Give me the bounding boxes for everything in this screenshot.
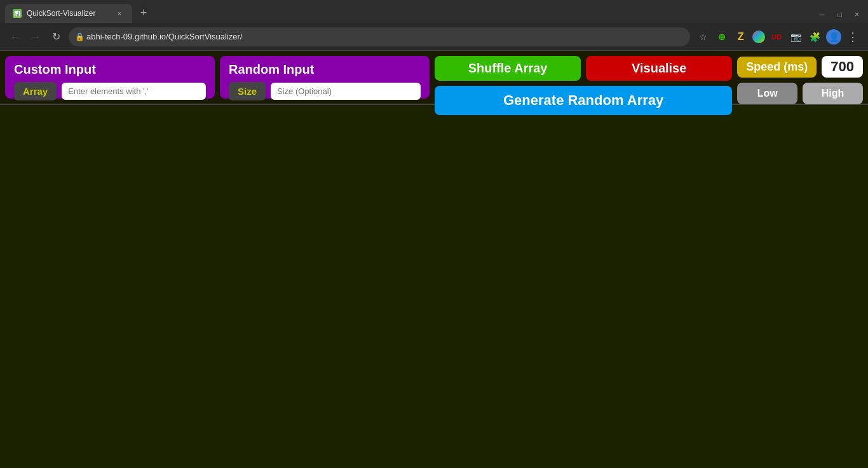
speed-value: 700 bbox=[822, 56, 863, 78]
window-controls: ─ □ × bbox=[815, 9, 868, 23]
visualise-button[interactable]: Visualise bbox=[586, 56, 732, 81]
size-input[interactable] bbox=[271, 83, 421, 100]
speed-panel: Speed (ms) 700 Low High bbox=[737, 56, 863, 99]
array-input-row: Array bbox=[14, 82, 206, 100]
back-button[interactable]: ← bbox=[8, 29, 23, 45]
size-input-row: Size bbox=[229, 82, 421, 100]
menu-icon[interactable]: ⋮ bbox=[845, 29, 860, 45]
random-input-panel: Random Input Size bbox=[220, 56, 430, 99]
browser-window: 📊 QuickSort-Visualizer × + ─ □ × ← → ↻ 🔒… bbox=[0, 0, 868, 468]
array-label: Array bbox=[14, 82, 57, 100]
action-panel: Shuffle Array Visualise Generate Random … bbox=[435, 56, 732, 99]
close-button[interactable]: × bbox=[851, 9, 863, 20]
page-content: Custom Input Array Random Input Size Shu… bbox=[0, 51, 868, 468]
bookmark-icon[interactable]: ☆ bbox=[695, 29, 710, 45]
speed-label: Speed (ms) bbox=[737, 57, 817, 78]
puzzle-icon[interactable]: 🧩 bbox=[807, 29, 822, 45]
camera-icon[interactable]: 📷 bbox=[788, 29, 803, 45]
tab-close-button[interactable]: × bbox=[114, 8, 125, 18]
tab-favicon: 📊 bbox=[13, 9, 22, 18]
maximize-button[interactable]: □ bbox=[834, 9, 846, 20]
generate-button[interactable]: Generate Random Array bbox=[435, 86, 732, 115]
extension-plus-icon[interactable]: ⊕ bbox=[714, 29, 729, 45]
active-tab[interactable]: 📊 QuickSort-Visualizer × bbox=[5, 4, 132, 23]
address-bar: ← → ↻ 🔒 ☆ ⊕ Z UD 📷 🧩 👤 ⋮ bbox=[0, 23, 868, 51]
size-label: Size bbox=[229, 82, 266, 100]
speed-low-button[interactable]: Low bbox=[737, 83, 797, 104]
custom-input-title: Custom Input bbox=[14, 62, 206, 77]
zotero-icon[interactable]: Z bbox=[733, 29, 749, 45]
toolbar-icons: ☆ ⊕ Z UD 📷 🧩 👤 ⋮ bbox=[695, 29, 860, 45]
new-tab-button[interactable]: + bbox=[135, 4, 153, 22]
profile-icon[interactable]: 👤 bbox=[826, 29, 841, 45]
speed-label-row: Speed (ms) 700 bbox=[737, 56, 863, 78]
speed-high-button[interactable]: High bbox=[803, 83, 863, 104]
address-wrapper: 🔒 bbox=[69, 27, 690, 46]
speed-buttons: Low High bbox=[737, 83, 863, 104]
shuffle-button[interactable]: Shuffle Array bbox=[435, 56, 581, 81]
forward-button[interactable]: → bbox=[28, 29, 43, 45]
tab-title: QuickSort-Visualizer bbox=[27, 9, 95, 18]
array-input[interactable] bbox=[62, 83, 206, 100]
colorful-icon[interactable] bbox=[752, 31, 765, 43]
random-input-title: Random Input bbox=[229, 62, 421, 77]
refresh-button[interactable]: ↻ bbox=[48, 29, 64, 45]
custom-input-panel: Custom Input Array bbox=[5, 56, 215, 99]
tab-bar: 📊 QuickSort-Visualizer × + ─ □ × bbox=[0, 0, 868, 23]
top-actions: Shuffle Array Visualise bbox=[435, 56, 732, 81]
url-input[interactable] bbox=[69, 27, 690, 46]
app-bar: Custom Input Array Random Input Size Shu… bbox=[0, 51, 868, 105]
minimize-button[interactable]: ─ bbox=[815, 9, 829, 20]
lock-icon: 🔒 bbox=[75, 32, 85, 41]
ud-icon[interactable]: UD bbox=[769, 29, 784, 45]
